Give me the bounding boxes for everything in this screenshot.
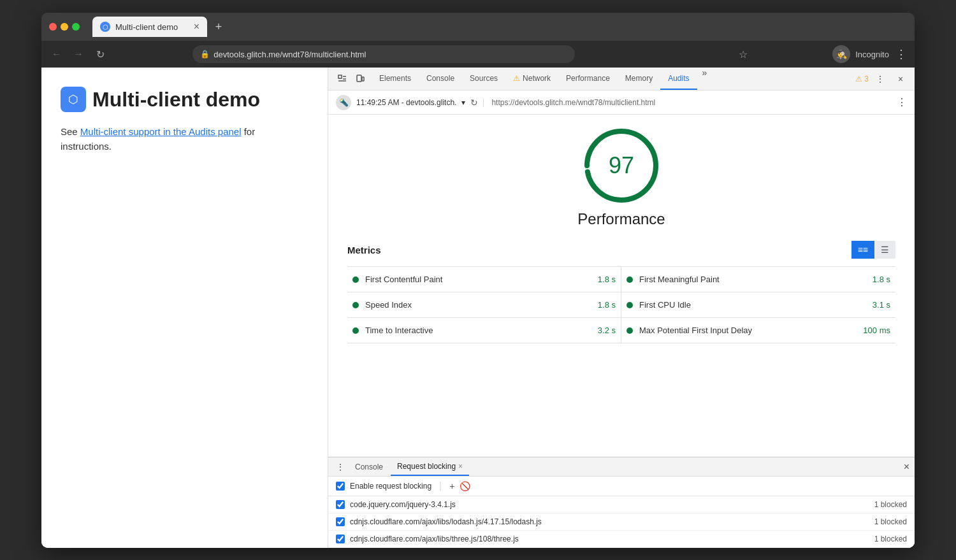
drawer-tab-request-blocking[interactable]: Request blocking × (391, 457, 469, 476)
back-button[interactable]: ← (49, 48, 64, 60)
svg-rect-0 (338, 75, 342, 78)
close-traffic-light[interactable] (49, 23, 57, 31)
main-content: ⬡ Multi-client demo See Multi-client sup… (41, 68, 915, 548)
description-before: See (61, 126, 80, 137)
audit-run-bar: 🔦 11:49:25 AM - devtools.glitch. ▾ ↻ htt… (328, 90, 915, 115)
tab-console[interactable]: Console (419, 68, 462, 90)
tab-performance[interactable]: Performance (558, 68, 618, 90)
metric-value: 3.2 s (598, 326, 616, 335)
tab-close-button[interactable]: × (194, 22, 199, 32)
metric-value: 1.8 s (873, 275, 890, 284)
address-bar: ← → ↻ 🔒 devtools.glitch.me/wndt78/multic… (41, 41, 915, 68)
drawer-close-button[interactable]: × (904, 461, 909, 473)
metric-dot (626, 327, 633, 334)
title-bar: ⬡ Multi-client demo × + (41, 13, 915, 41)
audits-panel-link[interactable]: Multi-client support in the Audits panel (80, 126, 242, 137)
blocking-item: cdnjs.cloudflare.com/ajax/libs/three.js/… (328, 531, 915, 548)
blocking-item-checkbox-2[interactable] (336, 517, 345, 526)
metric-row: First Contentful Paint 1.8 s First Meani… (347, 267, 895, 292)
run-time-text: 11:49:25 AM - devtools.glitch. (356, 98, 456, 107)
toggle-grid-button[interactable]: ≡≡ (851, 241, 874, 259)
score-label: Performance (347, 210, 895, 228)
tab-memory[interactable]: Memory (618, 68, 660, 90)
forward-button[interactable]: → (71, 48, 86, 60)
tab-audits[interactable]: Audits (660, 68, 697, 90)
minimize-traffic-light[interactable] (61, 23, 68, 31)
drawer-tab-console[interactable]: Console (349, 457, 389, 476)
toggle-list-button[interactable]: ☰ (874, 241, 895, 259)
metric-value: 3.1 s (873, 300, 890, 310)
metric-first-cpu-idle: First CPU Idle 3.1 s (621, 292, 895, 317)
maximize-traffic-light[interactable] (72, 23, 80, 31)
metric-dot (352, 276, 359, 283)
logo-icon: ⬡ (61, 87, 86, 112)
blocking-item: code.jquery.com/jquery-3.4.1.js 1 blocke… (328, 496, 915, 513)
metric-name: Max Potential First Input Delay (639, 326, 857, 335)
score-circle: 97 (583, 127, 660, 204)
blocking-item-checkbox-1[interactable] (336, 500, 345, 509)
devtools-close-button[interactable]: × (892, 70, 909, 88)
device-toolbar-button[interactable] (351, 70, 369, 88)
devtools-settings-button[interactable]: ⋮ (871, 70, 889, 88)
network-warning-icon: ⚠ (513, 74, 520, 83)
drawer-content: Enable request blocking | + 🚫 code.jquer… (328, 477, 915, 548)
tab-bar: ⬡ Multi-client demo × + (92, 17, 907, 37)
tab-sources[interactable]: Sources (462, 68, 505, 90)
tab-network[interactable]: ⚠ Network (505, 68, 558, 90)
drawer-menu-button[interactable]: ⋮ (333, 462, 347, 472)
more-tabs-button[interactable]: » (699, 68, 711, 90)
run-refresh-button[interactable]: ↻ (470, 97, 478, 108)
blocking-item-text-3: cdnjs.cloudflare.com/ajax/libs/three.js/… (350, 535, 869, 543)
devtools-tabs: Elements Console Sources ⚠ Network Perfo… (372, 68, 711, 90)
metric-dot (626, 302, 633, 308)
metric-name: Speed Index (365, 300, 591, 310)
svg-rect-5 (362, 77, 364, 81)
new-tab-button[interactable]: + (210, 18, 228, 36)
request-blocking-bar: Enable request blocking | + 🚫 (328, 477, 915, 496)
metric-value: 1.8 s (598, 275, 616, 284)
metrics-grid: First Contentful Paint 1.8 s First Meani… (347, 266, 895, 343)
devtools-content: 🔦 11:49:25 AM - devtools.glitch. ▾ ↻ htt… (328, 90, 915, 548)
metrics-title: Metrics (347, 245, 381, 255)
browser-tab[interactable]: ⬡ Multi-client demo × (92, 17, 207, 37)
page-description: See Multi-client support in the Audits p… (61, 125, 308, 154)
inspect-element-button[interactable] (333, 70, 351, 88)
lighthouse-icon: 🔦 (336, 95, 351, 110)
tab-title: Multi-client demo (115, 22, 178, 32)
blocking-item-text-1: code.jquery.com/jquery-3.4.1.js (350, 500, 869, 509)
browser-window: ⬡ Multi-client demo × + ← → ↻ 🔒 devtools… (41, 13, 915, 548)
audit-more-button[interactable]: ⋮ (897, 96, 907, 108)
add-blocking-button[interactable]: + (449, 481, 454, 491)
tab-favicon: ⬡ (100, 22, 110, 32)
devtools-right-actions: ⚠ 3 ⋮ × (855, 70, 909, 88)
metric-dot (626, 276, 633, 283)
metrics-header: Metrics ≡≡ ☰ (347, 241, 895, 259)
run-dropdown[interactable]: ▾ (461, 98, 465, 107)
warning-count: 3 (864, 75, 869, 83)
blocking-item-text-2: cdnjs.cloudflare.com/ajax/libs/lodash.js… (350, 517, 869, 526)
metric-row: Speed Index 1.8 s First CPU Idle 3.1 s (347, 292, 895, 318)
metric-name: First Meaningful Paint (639, 275, 866, 284)
metric-first-contentful-paint: First Contentful Paint 1.8 s (347, 267, 621, 292)
warning-badge: ⚠ 3 (855, 75, 869, 83)
block-button[interactable]: 🚫 (460, 481, 470, 491)
drawer-tab-close[interactable]: × (458, 462, 463, 471)
metrics-view-toggle: ≡≡ ☰ (851, 241, 895, 259)
bookmark-icon[interactable]: ☆ (739, 48, 748, 61)
enable-blocking-checkbox[interactable] (336, 482, 345, 491)
incognito-label: Incognito (855, 50, 889, 59)
tab-elements[interactable]: Elements (372, 68, 419, 90)
metric-row: Time to Interactive 3.2 s Max Potential … (347, 318, 895, 343)
url-bar[interactable]: 🔒 devtools.glitch.me/wndt78/multiclient.… (192, 45, 575, 63)
reload-button[interactable]: ↻ (92, 48, 108, 61)
page-title: Multi-client demo (92, 88, 260, 111)
svg-rect-4 (357, 75, 361, 82)
devtools-toolbar: Elements Console Sources ⚠ Network Perfo… (328, 68, 915, 90)
metric-speed-index: Speed Index 1.8 s (347, 292, 621, 317)
blocking-count-3: 1 blocked (874, 535, 907, 543)
audit-url: https://devtools.glitch.me/wndt78/multic… (483, 98, 892, 107)
lock-icon: 🔒 (200, 50, 210, 59)
blocking-item-checkbox-3[interactable] (336, 535, 345, 543)
browser-menu-button[interactable]: ⋮ (895, 47, 907, 61)
traffic-lights (49, 23, 80, 31)
